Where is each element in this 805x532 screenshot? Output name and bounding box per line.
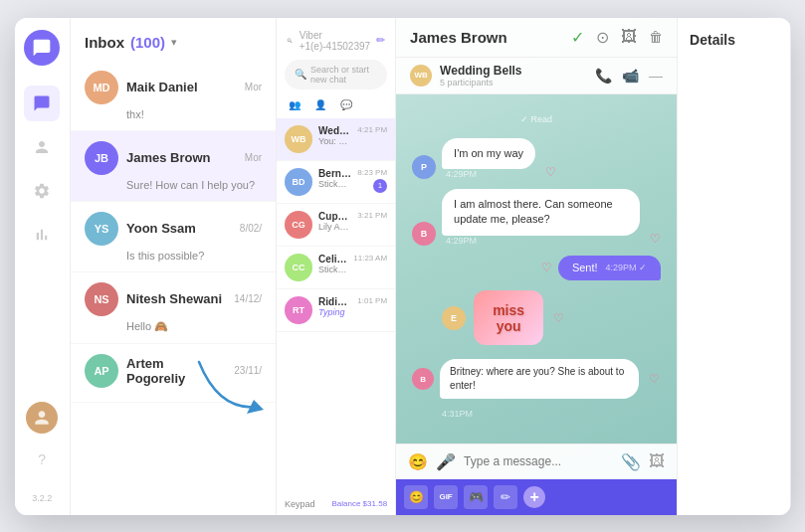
contact-name: Artem Pogoreliy (126, 356, 226, 386)
search-icon-small: 🔍 (295, 69, 306, 80)
chat-name: Celina Clark (318, 254, 347, 265)
message-sender-time: 4:29PM (442, 169, 535, 179)
inbox-count: (100) (130, 34, 165, 51)
inbox-item[interactable]: AP Artem Pogoreliy 23/11/ (71, 344, 276, 403)
main-chat: James Brown ✓ ⊙ 🖼 🗑 WB Wedding Bells 5 p… (396, 18, 677, 515)
help-icon[interactable]: ? (24, 442, 60, 477)
sidebar-item-stats[interactable] (24, 217, 60, 253)
message-time: 4:29PM (442, 236, 640, 246)
contact-name: Nitesh Shewani (126, 291, 226, 306)
sent-label: Sent! (572, 261, 598, 275)
message-input[interactable] (464, 454, 613, 468)
sidebar-item-settings[interactable] (24, 173, 60, 209)
group-name: Wedding Bells (440, 64, 521, 78)
group-avatar-small: WB (410, 65, 432, 87)
call-icon[interactable]: 📞 (595, 68, 612, 84)
message-preview: thx! (85, 108, 262, 120)
chat-search-bar[interactable]: 🔍 Search or start new chat (285, 60, 387, 89)
chat-list-item[interactable]: CG Cupcake Gals Lily Ann: Should I make.… (277, 204, 395, 247)
tab-groups[interactable]: 👥 (285, 97, 304, 112)
keypad-label[interactable]: Keypad (285, 499, 315, 509)
last-message-row: B Britney: where are you? She is about t… (412, 359, 661, 399)
avatar: JB (85, 141, 118, 175)
video-icon[interactable]: 📹 (622, 68, 639, 84)
message-time: 14/12/ (234, 293, 262, 304)
inbox-item[interactable]: YS Yoon Ssam 8/02/ Is this possible? (71, 202, 276, 272)
heart-reaction[interactable]: ♡ (650, 232, 661, 246)
checkmark-icon[interactable]: ✓ (571, 28, 584, 47)
system-message: ✓ Read (412, 110, 661, 128)
heart-reaction[interactable]: ♡ (553, 311, 564, 325)
chat-list-item[interactable]: WB Wedding Bells You: Britney where are … (277, 118, 395, 161)
contact-avatar: CC (285, 254, 312, 281)
contact-avatar: BD (285, 168, 312, 196)
chat-time: 3:21 PM (357, 211, 387, 220)
heart-reaction[interactable]: ♡ (541, 261, 552, 274)
user-avatar[interactable] (26, 402, 58, 434)
microphone-icon[interactable]: 🎤 (436, 452, 456, 471)
trash-icon[interactable]: 🗑 (649, 29, 663, 45)
chat-time: 8:23 PM (357, 168, 387, 177)
chat-preview: You: Britney where are you... (318, 136, 351, 146)
chat-messages: ✓ Read P I'm on my way 4:29PM ♡ B I am a… (396, 94, 677, 443)
gif-button[interactable]: GIF (434, 485, 458, 509)
tab-contacts[interactable]: 👤 (310, 97, 330, 112)
heart-reaction[interactable]: ♡ (545, 165, 556, 179)
compose-icon[interactable]: ✏ (376, 34, 385, 47)
chat-tabs: 👥 👤 💬 (277, 97, 395, 112)
sidebar-item-chat[interactable] (24, 86, 60, 121)
minimize-icon[interactable]: — (649, 68, 663, 84)
inbox-item[interactable]: NS Nitesh Shewani 14/12/ Hello 🙈 (71, 272, 276, 344)
chat-list-bottom: Keypad Balance $31.58 (277, 493, 395, 515)
game-button[interactable]: 🎮 (464, 485, 488, 509)
inbox-item[interactable]: JB James Brown Mor Sure! How can I help … (71, 131, 276, 202)
emoji-icon[interactable]: 😊 (408, 452, 428, 471)
inbox-item[interactable]: MD Maik Daniel Mor thx! (71, 61, 276, 131)
chat-list-item[interactable]: BD Bernard Dvorak Sticker Message 8:23 P… (277, 161, 395, 204)
chat-list-panel: Viber +1(e)-41502397 ✏ 🔍 Search or start… (277, 18, 396, 515)
message-time: Mor (245, 82, 262, 92)
image-attachment-icon[interactable]: 🖼 (649, 452, 665, 470)
chat-list-item[interactable]: CC Celina Clark Sticker Message 11:23 AM (277, 247, 395, 289)
sent-message-row: ♡ Sent! 4:29PM ✓ (412, 256, 661, 280)
inbox-panel: Inbox (100) ▾ MD Maik Daniel Mor thx! JB… (71, 18, 277, 515)
inbox-title: Inbox (85, 34, 124, 51)
heart-reaction[interactable]: ♡ (649, 372, 660, 386)
inbox-chevron-icon[interactable]: ▾ (171, 36, 177, 49)
avatar: MD (85, 71, 118, 104)
chat-preview: Lily Ann: Should I make... (318, 222, 351, 232)
avatar: E (442, 306, 466, 330)
message-bubble: I am almost there. Can someone update me… (442, 189, 640, 236)
chat-name: Cupcake Gals (318, 211, 351, 222)
message-preview: Is this possible? (85, 250, 262, 262)
chat-preview: Sticker Message (318, 179, 351, 189)
sticker-row: E missyou ♡ (412, 290, 661, 345)
inbox-list: MD Maik Daniel Mor thx! JB James Brown M… (71, 61, 276, 515)
message-preview: Hello 🙈 (85, 320, 262, 333)
typing-indicator: Typing (318, 307, 351, 317)
chat-input-bar: 😊 🎤 📎 🖼 (396, 443, 677, 479)
image-icon[interactable]: 🖼 (621, 28, 637, 46)
add-button[interactable]: + (523, 486, 545, 508)
doodle-button[interactable]: ✏ (494, 485, 517, 509)
chat-list-header: Viber +1(e)-41502397 ✏ (277, 18, 395, 60)
chat-name: Riding Team (318, 296, 351, 307)
circle-icon[interactable]: ⊙ (596, 28, 609, 47)
chat-preview: Sticker Message (318, 265, 347, 274)
contact-name: Yoon Ssam (126, 221, 232, 236)
chat-time: 1:01 PM (357, 296, 387, 305)
chat-list-item[interactable]: RT Riding Team Typing 1:01 PM (277, 289, 395, 332)
sticker: missyou (474, 290, 543, 345)
avatar: YS (85, 212, 118, 246)
chat-header: James Brown ✓ ⊙ 🖼 🗑 (396, 18, 677, 58)
attachment-icon[interactable]: 📎 (621, 452, 641, 471)
message-row: P I'm on my way 4:29PM ♡ (412, 138, 661, 179)
unread-badge: 1 (373, 179, 387, 193)
sidebar-item-contacts[interactable] (24, 129, 60, 165)
sent-time: 4:29PM ✓ (606, 262, 648, 274)
tab-messages[interactable]: 💬 (336, 97, 356, 112)
chat-list: WB Wedding Bells You: Britney where are … (277, 118, 395, 493)
details-panel: Details (677, 18, 790, 515)
search-icon (287, 34, 294, 48)
sticker-button[interactable]: 😊 (404, 485, 428, 509)
